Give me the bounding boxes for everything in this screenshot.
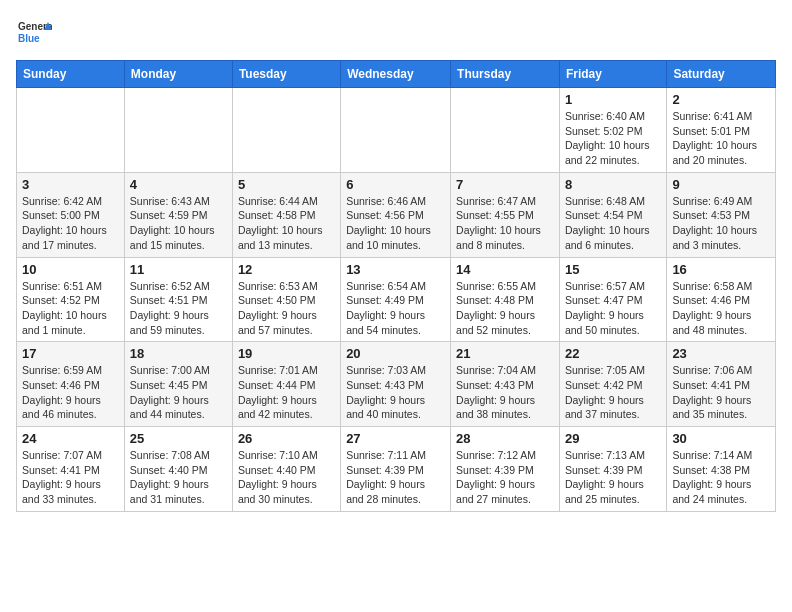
day-number: 26 bbox=[238, 431, 335, 446]
day-number: 11 bbox=[130, 262, 227, 277]
day-info: Sunrise: 7:05 AM Sunset: 4:42 PM Dayligh… bbox=[565, 363, 661, 422]
calendar-cell: 30Sunrise: 7:14 AM Sunset: 4:38 PM Dayli… bbox=[667, 427, 776, 512]
day-number: 9 bbox=[672, 177, 770, 192]
day-info: Sunrise: 6:57 AM Sunset: 4:47 PM Dayligh… bbox=[565, 279, 661, 338]
day-info: Sunrise: 7:00 AM Sunset: 4:45 PM Dayligh… bbox=[130, 363, 227, 422]
day-number: 16 bbox=[672, 262, 770, 277]
calendar-cell: 18Sunrise: 7:00 AM Sunset: 4:45 PM Dayli… bbox=[124, 342, 232, 427]
day-info: Sunrise: 7:04 AM Sunset: 4:43 PM Dayligh… bbox=[456, 363, 554, 422]
calendar-cell: 6Sunrise: 6:46 AM Sunset: 4:56 PM Daylig… bbox=[341, 172, 451, 257]
weekday-friday: Friday bbox=[559, 61, 666, 88]
day-number: 5 bbox=[238, 177, 335, 192]
day-info: Sunrise: 6:55 AM Sunset: 4:48 PM Dayligh… bbox=[456, 279, 554, 338]
day-info: Sunrise: 6:53 AM Sunset: 4:50 PM Dayligh… bbox=[238, 279, 335, 338]
day-number: 8 bbox=[565, 177, 661, 192]
day-info: Sunrise: 7:10 AM Sunset: 4:40 PM Dayligh… bbox=[238, 448, 335, 507]
week-row-3: 17Sunrise: 6:59 AM Sunset: 4:46 PM Dayli… bbox=[17, 342, 776, 427]
day-info: Sunrise: 6:48 AM Sunset: 4:54 PM Dayligh… bbox=[565, 194, 661, 253]
day-number: 7 bbox=[456, 177, 554, 192]
weekday-header-row: SundayMondayTuesdayWednesdayThursdayFrid… bbox=[17, 61, 776, 88]
day-number: 25 bbox=[130, 431, 227, 446]
day-number: 28 bbox=[456, 431, 554, 446]
day-number: 6 bbox=[346, 177, 445, 192]
day-info: Sunrise: 7:01 AM Sunset: 4:44 PM Dayligh… bbox=[238, 363, 335, 422]
calendar-cell bbox=[232, 88, 340, 173]
week-row-4: 24Sunrise: 7:07 AM Sunset: 4:41 PM Dayli… bbox=[17, 427, 776, 512]
week-row-1: 3Sunrise: 6:42 AM Sunset: 5:00 PM Daylig… bbox=[17, 172, 776, 257]
calendar-cell: 11Sunrise: 6:52 AM Sunset: 4:51 PM Dayli… bbox=[124, 257, 232, 342]
calendar-cell: 24Sunrise: 7:07 AM Sunset: 4:41 PM Dayli… bbox=[17, 427, 125, 512]
calendar-cell: 15Sunrise: 6:57 AM Sunset: 4:47 PM Dayli… bbox=[559, 257, 666, 342]
day-info: Sunrise: 7:13 AM Sunset: 4:39 PM Dayligh… bbox=[565, 448, 661, 507]
day-number: 18 bbox=[130, 346, 227, 361]
calendar-cell: 2Sunrise: 6:41 AM Sunset: 5:01 PM Daylig… bbox=[667, 88, 776, 173]
day-number: 3 bbox=[22, 177, 119, 192]
calendar-cell: 25Sunrise: 7:08 AM Sunset: 4:40 PM Dayli… bbox=[124, 427, 232, 512]
day-info: Sunrise: 6:51 AM Sunset: 4:52 PM Dayligh… bbox=[22, 279, 119, 338]
calendar-cell: 16Sunrise: 6:58 AM Sunset: 4:46 PM Dayli… bbox=[667, 257, 776, 342]
calendar-cell: 21Sunrise: 7:04 AM Sunset: 4:43 PM Dayli… bbox=[451, 342, 560, 427]
day-number: 2 bbox=[672, 92, 770, 107]
day-info: Sunrise: 6:44 AM Sunset: 4:58 PM Dayligh… bbox=[238, 194, 335, 253]
day-info: Sunrise: 7:07 AM Sunset: 4:41 PM Dayligh… bbox=[22, 448, 119, 507]
calendar-cell: 13Sunrise: 6:54 AM Sunset: 4:49 PM Dayli… bbox=[341, 257, 451, 342]
weekday-sunday: Sunday bbox=[17, 61, 125, 88]
day-info: Sunrise: 6:54 AM Sunset: 4:49 PM Dayligh… bbox=[346, 279, 445, 338]
calendar-cell bbox=[451, 88, 560, 173]
calendar-cell: 7Sunrise: 6:47 AM Sunset: 4:55 PM Daylig… bbox=[451, 172, 560, 257]
day-number: 23 bbox=[672, 346, 770, 361]
day-number: 22 bbox=[565, 346, 661, 361]
calendar-cell: 17Sunrise: 6:59 AM Sunset: 4:46 PM Dayli… bbox=[17, 342, 125, 427]
calendar-cell: 5Sunrise: 6:44 AM Sunset: 4:58 PM Daylig… bbox=[232, 172, 340, 257]
day-info: Sunrise: 6:58 AM Sunset: 4:46 PM Dayligh… bbox=[672, 279, 770, 338]
day-info: Sunrise: 6:59 AM Sunset: 4:46 PM Dayligh… bbox=[22, 363, 119, 422]
day-info: Sunrise: 6:49 AM Sunset: 4:53 PM Dayligh… bbox=[672, 194, 770, 253]
calendar-cell: 28Sunrise: 7:12 AM Sunset: 4:39 PM Dayli… bbox=[451, 427, 560, 512]
calendar-cell: 23Sunrise: 7:06 AM Sunset: 4:41 PM Dayli… bbox=[667, 342, 776, 427]
svg-text:Blue: Blue bbox=[18, 33, 40, 44]
day-number: 27 bbox=[346, 431, 445, 446]
day-number: 4 bbox=[130, 177, 227, 192]
calendar-cell bbox=[341, 88, 451, 173]
calendar-cell: 1Sunrise: 6:40 AM Sunset: 5:02 PM Daylig… bbox=[559, 88, 666, 173]
logo: General Blue bbox=[16, 16, 52, 52]
day-info: Sunrise: 6:47 AM Sunset: 4:55 PM Dayligh… bbox=[456, 194, 554, 253]
calendar-cell: 8Sunrise: 6:48 AM Sunset: 4:54 PM Daylig… bbox=[559, 172, 666, 257]
day-number: 15 bbox=[565, 262, 661, 277]
calendar-cell: 9Sunrise: 6:49 AM Sunset: 4:53 PM Daylig… bbox=[667, 172, 776, 257]
calendar-cell bbox=[17, 88, 125, 173]
day-number: 17 bbox=[22, 346, 119, 361]
calendar-table: SundayMondayTuesdayWednesdayThursdayFrid… bbox=[16, 60, 776, 512]
page-header: General Blue bbox=[16, 16, 776, 52]
calendar-cell: 12Sunrise: 6:53 AM Sunset: 4:50 PM Dayli… bbox=[232, 257, 340, 342]
day-info: Sunrise: 6:52 AM Sunset: 4:51 PM Dayligh… bbox=[130, 279, 227, 338]
day-info: Sunrise: 7:08 AM Sunset: 4:40 PM Dayligh… bbox=[130, 448, 227, 507]
weekday-tuesday: Tuesday bbox=[232, 61, 340, 88]
calendar-cell bbox=[124, 88, 232, 173]
day-info: Sunrise: 7:12 AM Sunset: 4:39 PM Dayligh… bbox=[456, 448, 554, 507]
weekday-monday: Monday bbox=[124, 61, 232, 88]
day-info: Sunrise: 6:46 AM Sunset: 4:56 PM Dayligh… bbox=[346, 194, 445, 253]
day-info: Sunrise: 7:11 AM Sunset: 4:39 PM Dayligh… bbox=[346, 448, 445, 507]
calendar-cell: 3Sunrise: 6:42 AM Sunset: 5:00 PM Daylig… bbox=[17, 172, 125, 257]
weekday-wednesday: Wednesday bbox=[341, 61, 451, 88]
day-info: Sunrise: 6:40 AM Sunset: 5:02 PM Dayligh… bbox=[565, 109, 661, 168]
calendar-cell: 14Sunrise: 6:55 AM Sunset: 4:48 PM Dayli… bbox=[451, 257, 560, 342]
day-info: Sunrise: 7:06 AM Sunset: 4:41 PM Dayligh… bbox=[672, 363, 770, 422]
logo-svg: General Blue bbox=[16, 16, 52, 52]
day-number: 19 bbox=[238, 346, 335, 361]
day-number: 12 bbox=[238, 262, 335, 277]
day-number: 10 bbox=[22, 262, 119, 277]
day-number: 1 bbox=[565, 92, 661, 107]
calendar-cell: 4Sunrise: 6:43 AM Sunset: 4:59 PM Daylig… bbox=[124, 172, 232, 257]
calendar-cell: 22Sunrise: 7:05 AM Sunset: 4:42 PM Dayli… bbox=[559, 342, 666, 427]
day-number: 24 bbox=[22, 431, 119, 446]
calendar-cell: 20Sunrise: 7:03 AM Sunset: 4:43 PM Dayli… bbox=[341, 342, 451, 427]
calendar-cell: 19Sunrise: 7:01 AM Sunset: 4:44 PM Dayli… bbox=[232, 342, 340, 427]
calendar-cell: 29Sunrise: 7:13 AM Sunset: 4:39 PM Dayli… bbox=[559, 427, 666, 512]
calendar-cell: 27Sunrise: 7:11 AM Sunset: 4:39 PM Dayli… bbox=[341, 427, 451, 512]
day-number: 30 bbox=[672, 431, 770, 446]
week-row-2: 10Sunrise: 6:51 AM Sunset: 4:52 PM Dayli… bbox=[17, 257, 776, 342]
day-info: Sunrise: 7:14 AM Sunset: 4:38 PM Dayligh… bbox=[672, 448, 770, 507]
calendar-cell: 26Sunrise: 7:10 AM Sunset: 4:40 PM Dayli… bbox=[232, 427, 340, 512]
